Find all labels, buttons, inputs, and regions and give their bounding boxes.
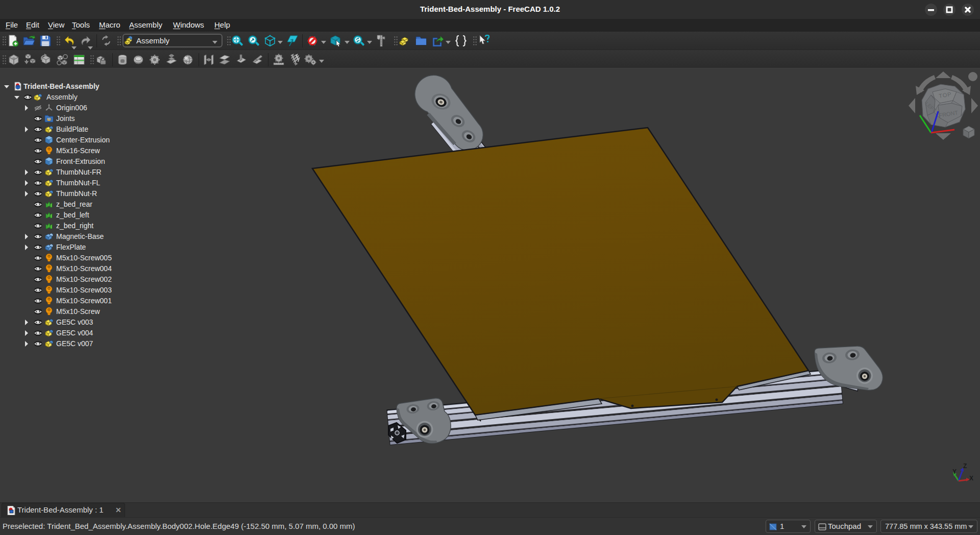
svg-text:Z: Z	[963, 463, 967, 470]
svg-text:Y: Y	[952, 468, 957, 475]
svg-text:X: X	[969, 475, 973, 482]
